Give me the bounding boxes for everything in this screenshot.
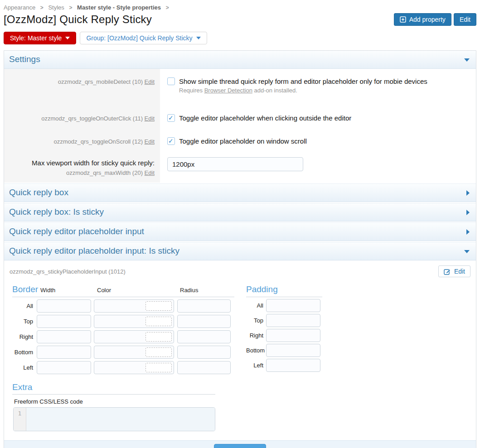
style-properties-panel: Settings ozzmodz_qrs_mobileDetect (10) E… (4, 50, 476, 448)
section-header-placeholder-input-sticky[interactable]: Quick reply editor placeholder input: Is… (4, 242, 476, 260)
color-swatch[interactable] (145, 317, 172, 326)
border-all-width-input[interactable] (37, 299, 91, 313)
style-selector-button[interactable]: Style: Master style (4, 32, 76, 44)
property-edit-link[interactable]: Edit (145, 78, 155, 85)
sticky-edit-button[interactable]: Edit (438, 265, 470, 277)
page-title: [OzzModz] Quick Reply Sticky (4, 13, 152, 26)
group-selector-button[interactable]: Group: [OzzModz] Quick Reply Sticky (80, 32, 207, 44)
css-code-editor[interactable]: 1 (13, 407, 215, 431)
border-top-radius-input[interactable] (177, 315, 231, 328)
title-actions: Add property Edit (394, 13, 476, 26)
padding-row-label: All (246, 302, 266, 309)
property-key-text: ozzmodz_qrs_toggleOnScroll (12) (53, 138, 143, 145)
border-left-width-input[interactable] (37, 361, 91, 374)
breadcrumb: Appearance > Styles > Master style - Sty… (4, 0, 476, 11)
chevron-down-icon (464, 58, 470, 62)
padding-row-all: All (246, 299, 322, 312)
toggle-on-scroll-checkbox-label[interactable]: Toggle editor placeholder on window scro… (179, 137, 307, 145)
extra-group-title: Extra (12, 382, 32, 392)
property-key: ozzmodz_qrs_toggleOnScroll (12) Edit (4, 129, 160, 152)
hint-prefix: Requires (179, 87, 203, 94)
section-title: Quick reply editor placeholder input (9, 226, 144, 236)
toggle-outer-click-checkbox-label[interactable]: Toggle editor placeholder when clicking … (179, 114, 351, 122)
panel-footer: Save (4, 440, 476, 448)
property-key: Max viewport width for sticky quick repl… (4, 152, 160, 183)
section-header-quick-reply-box[interactable]: Quick reply box (4, 183, 476, 202)
toggle-on-scroll-checkbox[interactable] (167, 137, 175, 145)
pencil-square-icon (444, 268, 451, 275)
color-swatch[interactable] (145, 363, 172, 372)
browser-detection-link[interactable]: Browser Detection (204, 87, 252, 94)
max-width-label: Max viewport width for sticky quick repl… (10, 158, 155, 169)
border-right-width-input[interactable] (37, 330, 91, 343)
code-line-number: 1 (14, 408, 26, 431)
border-row-label: Right (12, 333, 37, 340)
setting-row-toggle-outer-click: ozzmodz_qrs_toggleOnOuterClick (11) Edit… (4, 106, 476, 129)
padding-right-input[interactable] (266, 329, 320, 342)
border-row-all: All (12, 299, 234, 313)
save-button[interactable]: Save (214, 444, 266, 448)
chevron-right-icon (466, 210, 470, 215)
edit-button[interactable]: Edit (454, 13, 476, 26)
mobile-detect-checkbox[interactable] (167, 77, 175, 85)
border-bottom-radius-input[interactable] (177, 346, 231, 359)
property-control: Toggle editor placeholder when clicking … (160, 106, 476, 129)
mobile-detect-hint: Requires Browser Detection add-on instal… (179, 87, 469, 94)
border-bottom-width-input[interactable] (37, 346, 91, 359)
border-all-radius-input[interactable] (177, 299, 231, 313)
color-swatch[interactable] (145, 301, 172, 311)
chevron-down-icon (65, 37, 70, 39)
property-edit-link[interactable]: Edit (145, 138, 155, 145)
padding-group-title: Padding (246, 284, 278, 294)
border-left-radius-input[interactable] (177, 361, 231, 374)
border-top-width-input[interactable] (37, 315, 91, 328)
code-input-area[interactable] (26, 408, 215, 431)
section-title: Quick reply box: Is sticky (9, 207, 104, 217)
toggle-outer-click-checkbox[interactable] (167, 114, 175, 122)
color-swatch[interactable] (145, 347, 172, 357)
extra-group: Extra Freeform CSS/LESS code 1 (12, 382, 215, 431)
section-header-settings[interactable]: Settings (4, 51, 476, 69)
property-control: Toggle editor placeholder on window scro… (160, 129, 476, 152)
border-row-label: Bottom (12, 349, 37, 356)
section-header-quick-reply-box-sticky[interactable]: Quick reply box: Is sticky (4, 203, 476, 222)
border-row-label: All (12, 303, 37, 309)
border-column-width: Width (40, 287, 97, 294)
padding-left-input[interactable] (266, 359, 320, 372)
border-right-radius-input[interactable] (177, 330, 231, 343)
breadcrumb-appearance[interactable]: Appearance (4, 4, 35, 11)
property-control (160, 152, 476, 183)
padding-row-label: Left (246, 362, 266, 369)
border-column-color: Color (97, 287, 180, 294)
border-row-label: Left (12, 364, 37, 371)
section-header-placeholder-input[interactable]: Quick reply editor placeholder input (4, 222, 476, 241)
chevron-right-icon (466, 190, 470, 196)
breadcrumb-styles[interactable]: Styles (48, 4, 64, 11)
add-property-label: Add property (409, 16, 446, 23)
mobile-detect-checkbox-label[interactable]: Show simple thread quick reply form and … (179, 77, 427, 85)
property-edit-link[interactable]: Edit (145, 169, 155, 176)
padding-top-input[interactable] (266, 314, 320, 327)
padding-all-input[interactable] (266, 299, 320, 312)
border-column-radius: Radius (180, 287, 198, 294)
color-swatch[interactable] (145, 332, 172, 342)
setting-row-toggle-on-scroll: ozzmodz_qrs_toggleOnScroll (12) Edit Tog… (4, 129, 476, 152)
hint-suffix: add-on installed. (254, 87, 297, 94)
setting-row-mobile-detect: ozzmodz_qrs_mobileDetect (10) Edit Show … (4, 69, 476, 106)
chevron-down-icon (464, 250, 470, 253)
border-group-title: Border (12, 284, 40, 294)
add-property-button[interactable]: Add property (394, 13, 451, 26)
sticky-property-key: ozzmodz_qrs_stickyPlaceholderInput (1012… (10, 268, 126, 275)
group-selector-label: Group: [OzzModz] Quick Reply Sticky (86, 34, 192, 42)
breadcrumb-separator: > (69, 5, 72, 11)
max-width-input[interactable] (167, 157, 303, 171)
page: Appearance > Styles > Master style - Sty… (0, 0, 480, 448)
style-selector-label: Style: Master style (10, 34, 62, 42)
padding-row-top: Top (246, 314, 322, 327)
property-control: Show simple thread quick reply form and … (160, 69, 476, 106)
property-edit-link[interactable]: Edit (145, 115, 155, 122)
breadcrumb-current[interactable]: Master style - Style properties (77, 4, 161, 11)
padding-bottom-input[interactable] (266, 344, 320, 357)
edit-button-label: Edit (460, 16, 470, 23)
padding-row-bottom: Bottom (246, 344, 322, 357)
